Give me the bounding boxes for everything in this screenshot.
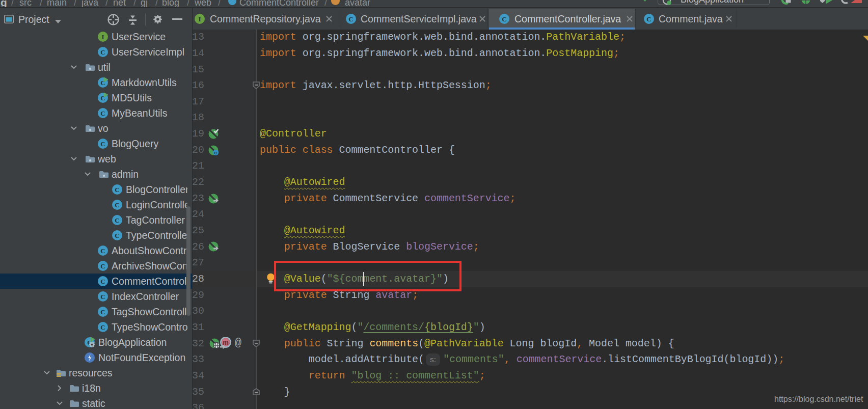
- svg-text:C: C: [214, 151, 218, 155]
- svg-text:C: C: [502, 15, 506, 23]
- svg-text:m: m: [223, 339, 229, 346]
- svg-text:C: C: [115, 216, 119, 224]
- svg-text:C: C: [100, 323, 105, 331]
- svg-text:I: I: [198, 15, 201, 23]
- svg-text:I: I: [101, 33, 104, 41]
- svg-text:C: C: [100, 278, 105, 285]
- svg-text:C: C: [100, 140, 105, 148]
- svg-text:C: C: [646, 15, 651, 23]
- svg-text:C: C: [100, 247, 105, 255]
- svg-text:C: C: [100, 48, 105, 56]
- svg-text:C: C: [115, 186, 119, 194]
- svg-text:C: C: [100, 308, 105, 316]
- svg-text:C: C: [115, 201, 119, 209]
- svg-text:C: C: [348, 15, 353, 23]
- svg-text:C: C: [100, 110, 105, 117]
- svg-text:C: C: [100, 262, 105, 270]
- svg-text:C: C: [115, 232, 119, 239]
- svg-text:C: C: [100, 293, 105, 301]
